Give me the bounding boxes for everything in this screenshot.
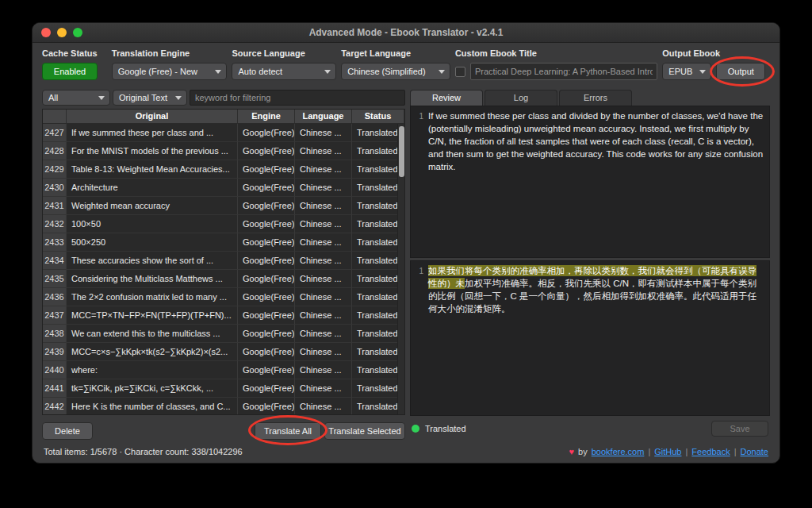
table-row[interactable]: 2439 MCC=c×s−∑kKpk×tk(s2−∑kKpk2)×(s2... … bbox=[43, 343, 404, 361]
table-row[interactable]: 2427 If we summed these per class and ..… bbox=[43, 124, 404, 142]
table-row[interactable]: 2430 Architecture Google(Free)... Chines… bbox=[43, 179, 404, 197]
row-language-cell: Chinese ... bbox=[295, 288, 352, 306]
left-panel: All Original Text Original Engine Langu bbox=[42, 90, 405, 441]
row-id-cell: 2438 bbox=[43, 325, 67, 343]
tab-errors[interactable]: Errors bbox=[559, 90, 632, 106]
row-language-cell: Chinese ... bbox=[295, 379, 352, 398]
custom-title-input[interactable] bbox=[470, 63, 657, 80]
translation-text: 如果我们将每个类别的准确率相加，再除以类别数，我们就会得到（可能具有误导性的）未… bbox=[428, 264, 764, 412]
window-title: Advanced Mode - Ebook Translator - v2.4.… bbox=[309, 27, 504, 38]
bookfere-link[interactable]: bookfere.com bbox=[592, 447, 645, 456]
table-row[interactable]: 2431 Weighted mean accuracy Google(Free)… bbox=[43, 197, 404, 215]
donate-link[interactable]: Donate bbox=[741, 447, 768, 456]
table-row[interactable]: 2435 Considering the Multiclass Matthews… bbox=[43, 270, 404, 288]
row-id-cell: 2430 bbox=[43, 179, 67, 197]
row-id-cell: 2442 bbox=[43, 398, 67, 415]
table-row[interactable]: 2428 For the MNIST models of the previou… bbox=[43, 142, 404, 160]
row-engine-cell: Google(Free)... bbox=[238, 252, 295, 270]
filter-scope-select[interactable]: All bbox=[42, 90, 110, 106]
output-format-select[interactable]: EPUB bbox=[662, 63, 711, 80]
row-id-cell: 2435 bbox=[43, 270, 67, 288]
target-language-select[interactable]: Chinese (Simplified) bbox=[341, 63, 450, 80]
header-original: Original bbox=[67, 110, 238, 124]
original-line-number: 1 bbox=[412, 110, 423, 254]
zoom-button[interactable] bbox=[73, 28, 82, 37]
delete-button[interactable]: Delete bbox=[42, 422, 93, 440]
translate-selected-button[interactable]: Translate Selected bbox=[324, 422, 405, 440]
chevron-down-icon bbox=[324, 70, 331, 74]
table-row[interactable]: 2438 We can extend this to the multiclas… bbox=[43, 325, 404, 343]
row-language-cell: Chinese ... bbox=[295, 252, 352, 270]
table-row[interactable]: 2432 100×50 Google(Free)... Chinese ... … bbox=[43, 215, 404, 233]
target-language-label: Target Language bbox=[341, 48, 450, 59]
table-row[interactable]: 2441 tk=∑iKCik, pk=∑iKCki, c=∑kKCkk, ...… bbox=[43, 379, 404, 398]
app-window: Advanced Mode - Ebook Translator - v2.4.… bbox=[32, 22, 780, 464]
row-original-cell: Considering the Multiclass Matthews ... bbox=[67, 270, 238, 288]
output-button[interactable]: Output bbox=[716, 63, 765, 80]
table-row[interactable]: 2436 The 2×2 confusion matrix led to man… bbox=[43, 288, 404, 306]
row-language-cell: Chinese ... bbox=[295, 142, 352, 160]
row-engine-cell: Google(Free)... bbox=[238, 233, 295, 252]
source-language-select[interactable]: Auto detect bbox=[232, 63, 336, 80]
feedback-link[interactable]: Feedback bbox=[691, 447, 730, 456]
row-engine-cell: Google(Free)... bbox=[238, 398, 295, 415]
row-engine-cell: Google(Free)... bbox=[238, 215, 295, 233]
row-language-cell: Chinese ... bbox=[295, 160, 352, 179]
save-button[interactable]: Save bbox=[711, 421, 768, 437]
translation-text-area[interactable]: 1 如果我们将每个类别的准确率相加，再除以类别数，我们就会得到（可能具有误导性的… bbox=[410, 260, 770, 416]
row-language-cell: Chinese ... bbox=[295, 215, 352, 233]
original-text-area[interactable]: 1 If we summed these per class and divid… bbox=[410, 106, 770, 258]
custom-title-checkbox[interactable] bbox=[455, 67, 465, 77]
github-link[interactable]: GitHub bbox=[654, 447, 681, 456]
translation-line-number: 1 bbox=[412, 264, 423, 412]
table-row[interactable]: 2433 500×250 Google(Free)... Chinese ...… bbox=[43, 233, 404, 252]
chevron-down-icon bbox=[699, 70, 706, 74]
row-original-cell: 100×50 bbox=[67, 215, 238, 233]
table-row[interactable]: 2437 MCC=TP×TN−FP×FN(TP+FP)(TP+FN)... Go… bbox=[43, 306, 404, 325]
close-button[interactable] bbox=[41, 28, 51, 37]
row-language-cell: Chinese ... bbox=[295, 398, 352, 415]
row-id-cell: 2439 bbox=[43, 343, 67, 361]
row-original-cell: MCC=c×s−∑kKpk×tk(s2−∑kKpk2)×(s2... bbox=[67, 343, 238, 361]
row-id-cell: 2433 bbox=[43, 233, 67, 252]
review-tabs: Review Log Errors bbox=[410, 90, 770, 106]
filter-row: All Original Text bbox=[42, 90, 405, 106]
output-format-value: EPUB bbox=[668, 67, 695, 76]
table-scrollbar[interactable] bbox=[397, 124, 404, 414]
row-original-cell: These accuracies show the sort of ... bbox=[67, 252, 238, 270]
row-engine-cell: Google(Free)... bbox=[238, 142, 295, 160]
tab-log[interactable]: Log bbox=[485, 90, 557, 106]
table-row[interactable]: 2429 Table 8-13: Weighted Mean Accuracie… bbox=[43, 160, 404, 179]
row-id-cell: 2436 bbox=[43, 288, 67, 306]
row-language-cell: Chinese ... bbox=[295, 197, 352, 215]
table-body: 2427 If we summed these per class and ..… bbox=[43, 124, 404, 415]
row-language-cell: Chinese ... bbox=[295, 124, 352, 142]
row-id-cell: 2428 bbox=[43, 142, 67, 160]
table-row[interactable]: 2442 Here K is the number of classes, an… bbox=[43, 398, 404, 415]
table-scrollbar-thumb[interactable] bbox=[399, 126, 404, 177]
titlebar: Advanced Mode - Ebook Translator - v2.4.… bbox=[33, 23, 779, 43]
row-language-cell: Chinese ... bbox=[295, 306, 352, 325]
footer-separator: | bbox=[685, 447, 688, 456]
translation-engine-select[interactable]: Google (Free) - New bbox=[112, 63, 228, 80]
row-original-cell: 500×250 bbox=[67, 233, 238, 252]
translate-all-button[interactable]: Translate All bbox=[255, 422, 321, 440]
filter-field-value: Original Text bbox=[119, 93, 171, 102]
table-row[interactable]: 2434 These accuracies show the sort of .… bbox=[43, 252, 404, 270]
tab-review[interactable]: Review bbox=[410, 90, 483, 106]
translation-engine-value: Google (Free) - New bbox=[118, 67, 212, 76]
filter-field-select[interactable]: Original Text bbox=[113, 90, 187, 106]
row-original-cell: Here K is the number of classes, and C..… bbox=[67, 398, 238, 415]
footer-separator: | bbox=[648, 447, 650, 456]
row-engine-cell: Google(Free)... bbox=[238, 379, 295, 398]
keyword-filter-input[interactable] bbox=[190, 90, 405, 106]
row-original-cell: If we summed these per class and ... bbox=[67, 124, 238, 142]
cache-status-enabled-button[interactable]: Enabled bbox=[42, 63, 98, 80]
table-row[interactable]: 2440 where: Google(Free)... Chinese ... … bbox=[43, 361, 404, 379]
output-ebook-label: Output Ebook bbox=[662, 48, 770, 59]
table-header: Original Engine Language Status bbox=[43, 110, 404, 124]
row-language-cell: Chinese ... bbox=[295, 179, 352, 197]
minimize-button[interactable] bbox=[57, 28, 67, 37]
row-engine-cell: Google(Free)... bbox=[238, 288, 295, 306]
row-engine-cell: Google(Free)... bbox=[238, 197, 295, 215]
